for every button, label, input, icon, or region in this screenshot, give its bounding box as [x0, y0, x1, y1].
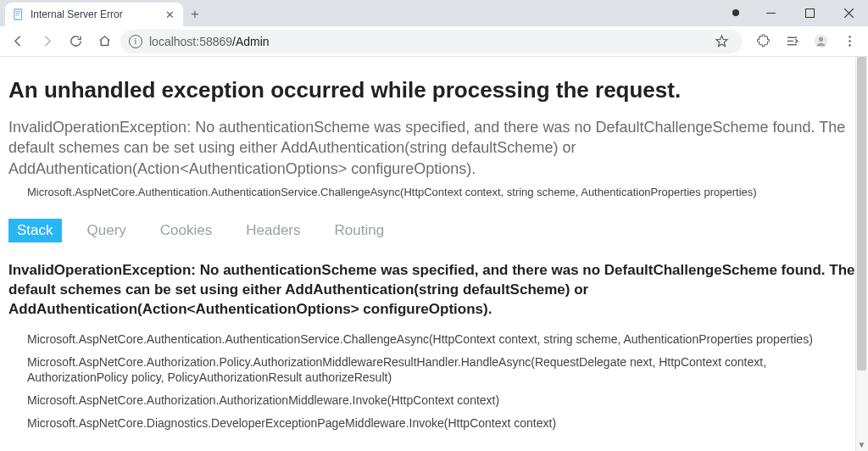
url-host: localhost:58869: [149, 35, 232, 48]
tab-stack[interactable]: Stack: [8, 219, 62, 242]
extensions-button[interactable]: [749, 29, 776, 54]
tab-headers[interactable]: Headers: [237, 219, 309, 242]
exception-summary: InvalidOperationException: No authentica…: [8, 117, 860, 179]
detail-tabs: Stack Query Cookies Headers Routing: [8, 219, 860, 242]
svg-point-15: [849, 40, 851, 42]
bookmark-star-icon[interactable]: [709, 29, 734, 54]
svg-rect-5: [805, 8, 814, 17]
close-window-button[interactable]: [829, 0, 868, 25]
reload-button[interactable]: [63, 29, 88, 54]
svg-point-13: [818, 37, 822, 42]
browser-titlebar: Internal Server Error ✕ +: [0, 0, 868, 26]
status-dot-icon: [732, 9, 739, 16]
stack-frame[interactable]: Microsoft.AspNetCore.Authorization.Polic…: [27, 354, 860, 387]
tab-title: Internal Server Error: [31, 8, 158, 20]
home-button[interactable]: [92, 29, 117, 54]
reading-list-button[interactable]: [778, 29, 805, 54]
tab-routing[interactable]: Routing: [326, 219, 393, 242]
stack-frame[interactable]: Microsoft.AspNetCore.Authorization.Autho…: [27, 393, 860, 409]
url-text: localhost:58869/Admin: [149, 35, 270, 48]
stack-frame[interactable]: Microsoft.AspNetCore.Authentication.Auth…: [27, 331, 860, 348]
profile-button[interactable]: [807, 29, 834, 54]
maximize-button[interactable]: [790, 0, 829, 25]
scrollbar-thumb[interactable]: [857, 57, 866, 370]
forward-button[interactable]: [34, 29, 59, 54]
favicon-icon: [12, 8, 25, 21]
stack-header: InvalidOperationException: No authentica…: [8, 261, 860, 320]
new-tab-button[interactable]: +: [183, 3, 207, 26]
window-controls: [726, 0, 868, 26]
svg-point-14: [849, 36, 851, 38]
url-path: /Admin: [232, 35, 270, 48]
minimize-button[interactable]: [751, 0, 790, 25]
tab-query[interactable]: Query: [79, 219, 135, 242]
tab-close-button[interactable]: ✕: [163, 8, 176, 21]
stack-frame[interactable]: Microsoft.AspNetCore.Diagnostics.Develop…: [27, 415, 860, 432]
browser-tab[interactable]: Internal Server Error ✕: [5, 3, 183, 26]
svg-marker-8: [716, 36, 727, 46]
browser-toolbar: i localhost:58869/Admin: [0, 26, 868, 57]
address-bar[interactable]: i localhost:58869/Admin: [120, 30, 743, 53]
kebab-menu-button[interactable]: [836, 29, 863, 54]
stack-trace: Microsoft.AspNetCore.Authentication.Auth…: [8, 331, 860, 432]
scrollbar-down-icon[interactable]: ▼: [855, 438, 868, 451]
tab-cookies[interactable]: Cookies: [152, 219, 220, 242]
toolbar-right: [746, 29, 863, 54]
page-viewport: An unhandled exception occurred while pr…: [0, 57, 868, 451]
site-info-icon[interactable]: i: [129, 35, 142, 48]
svg-point-16: [849, 44, 851, 47]
error-page: An unhandled exception occurred while pr…: [0, 57, 868, 451]
page-title: An unhandled exception occurred while pr…: [8, 77, 860, 103]
svg-rect-0: [14, 9, 22, 19]
back-button[interactable]: [5, 29, 31, 54]
tab-strip: Internal Server Error ✕ +: [0, 0, 726, 26]
exception-origin: Microsoft.AspNetCore.Authentication.Auth…: [8, 186, 860, 198]
